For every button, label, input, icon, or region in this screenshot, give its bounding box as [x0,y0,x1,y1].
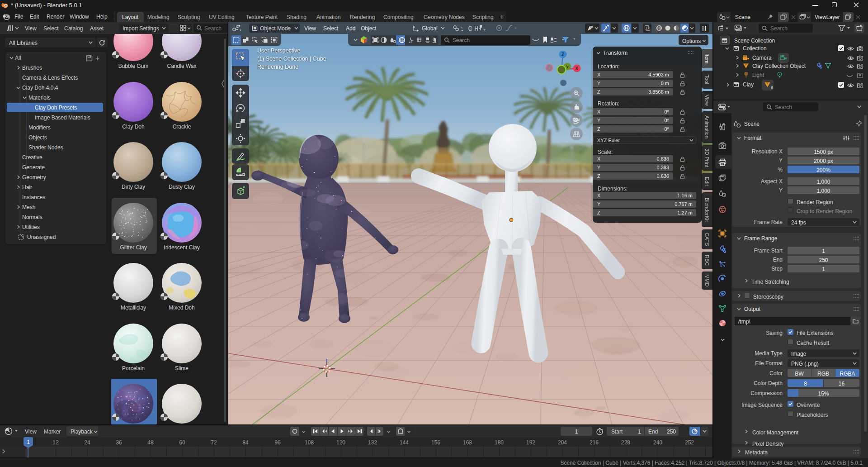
svg-text:X: X [576,66,579,71]
svg-text:Y: Y [566,65,569,69]
svg-text:Z: Z [561,52,564,57]
